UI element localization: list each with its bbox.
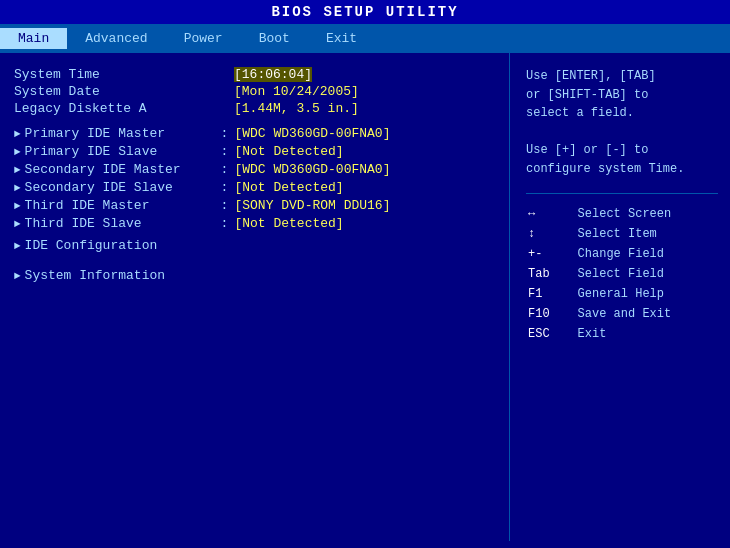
secondary-ide-slave-label: Secondary IDE Slave xyxy=(25,180,221,195)
legacy-diskette-value[interactable]: [1.44M, 3.5 in.] xyxy=(234,101,359,116)
system-time-value[interactable]: [16:06:04] xyxy=(234,67,312,82)
legacy-diskette-label: Legacy Diskette A xyxy=(14,101,234,116)
ide-config-row[interactable]: ► IDE Configuration xyxy=(14,238,499,253)
menu-bar: MainAdvancedPowerBootExit xyxy=(0,24,730,53)
help-line3: select a field. xyxy=(526,106,634,120)
ide-config-label: IDE Configuration xyxy=(25,238,221,253)
primary-ide-slave-value: [Not Detected] xyxy=(234,144,343,159)
system-date-label: System Date xyxy=(14,84,234,99)
shortcut-row: F10Save and Exit xyxy=(526,304,718,324)
bios-title: BIOS SETUP UTILITY xyxy=(271,4,458,20)
help-line1: Use [ENTER], [TAB] xyxy=(526,69,656,83)
shortcut-row: ESCExit xyxy=(526,324,718,344)
system-date-value[interactable]: [Mon 10/24/2005] xyxy=(234,84,359,99)
arrow-icon: ► xyxy=(14,200,21,212)
help-text: Use [ENTER], [TAB] or [SHIFT-TAB] to sel… xyxy=(526,67,718,179)
primary-ide-slave-label: Primary IDE Slave xyxy=(25,144,221,159)
third-ide-master-label: Third IDE Master xyxy=(25,198,221,213)
primary-ide-slave-row[interactable]: ► Primary IDE Slave : [Not Detected] xyxy=(14,144,499,159)
shortcut-key: ↔ xyxy=(526,204,576,224)
shortcut-key: ↕ xyxy=(526,224,576,244)
secondary-ide-slave-row[interactable]: ► Secondary IDE Slave : [Not Detected] xyxy=(14,180,499,195)
primary-ide-master-row[interactable]: ► Primary IDE Master : [WDC WD360GD-00FN… xyxy=(14,126,499,141)
system-time-label: System Time xyxy=(14,67,234,82)
shortcut-key: ESC xyxy=(526,324,576,344)
shortcut-row: TabSelect Field xyxy=(526,264,718,284)
left-panel: System Time [16:06:04] System Date [Mon … xyxy=(0,53,510,541)
secondary-ide-master-value: [WDC WD360GD-00FNA0] xyxy=(234,162,390,177)
shortcut-key: F10 xyxy=(526,304,576,324)
arrow-icon: ► xyxy=(14,218,21,230)
third-ide-master-value: [SONY DVD-ROM DDU16] xyxy=(234,198,390,213)
shortcut-key: Tab xyxy=(526,264,576,284)
third-ide-slave-row[interactable]: ► Third IDE Slave : [Not Detected] xyxy=(14,216,499,231)
help-divider xyxy=(526,193,718,194)
shortcut-desc: Change Field xyxy=(576,244,718,264)
shortcuts-table: ↔Select Screen↕Select Item+-Change Field… xyxy=(526,204,718,344)
menu-item-power[interactable]: Power xyxy=(166,28,241,49)
shortcut-desc: Save and Exit xyxy=(576,304,718,324)
title-bar: BIOS SETUP UTILITY xyxy=(0,0,730,24)
third-ide-slave-label: Third IDE Slave xyxy=(25,216,221,231)
primary-ide-master-label: Primary IDE Master xyxy=(25,126,221,141)
system-date-row: System Date [Mon 10/24/2005] xyxy=(14,84,499,99)
shortcut-desc: Exit xyxy=(576,324,718,344)
menu-item-exit[interactable]: Exit xyxy=(308,28,375,49)
help-line6: configure system Time. xyxy=(526,162,684,176)
shortcut-row: ↕Select Item xyxy=(526,224,718,244)
primary-ide-master-value: [WDC WD360GD-00FNA0] xyxy=(234,126,390,141)
shortcut-desc: Select Item xyxy=(576,224,718,244)
arrow-icon: ► xyxy=(14,182,21,194)
system-time-row: System Time [16:06:04] xyxy=(14,67,499,82)
third-ide-master-row[interactable]: ► Third IDE Master : [SONY DVD-ROM DDU16… xyxy=(14,198,499,213)
secondary-ide-slave-value: [Not Detected] xyxy=(234,180,343,195)
help-line5: Use [+] or [-] to xyxy=(526,143,648,157)
shortcut-row: ↔Select Screen xyxy=(526,204,718,224)
menu-item-boot[interactable]: Boot xyxy=(241,28,308,49)
system-info-label: System Information xyxy=(25,268,221,283)
arrow-icon: ► xyxy=(14,164,21,176)
right-panel: Use [ENTER], [TAB] or [SHIFT-TAB] to sel… xyxy=(510,53,730,541)
main-content: System Time [16:06:04] System Date [Mon … xyxy=(0,53,730,541)
arrow-icon: ► xyxy=(14,128,21,140)
arrow-icon: ► xyxy=(14,146,21,158)
shortcut-desc: General Help xyxy=(576,284,718,304)
shortcut-row: F1General Help xyxy=(526,284,718,304)
shortcut-desc: Select Screen xyxy=(576,204,718,224)
secondary-ide-master-label: Secondary IDE Master xyxy=(25,162,221,177)
shortcut-row: +-Change Field xyxy=(526,244,718,264)
shortcut-key: +- xyxy=(526,244,576,264)
menu-item-advanced[interactable]: Advanced xyxy=(67,28,165,49)
menu-item-main[interactable]: Main xyxy=(0,28,67,49)
secondary-ide-master-row[interactable]: ► Secondary IDE Master : [WDC WD360GD-00… xyxy=(14,162,499,177)
legacy-diskette-row: Legacy Diskette A [1.44M, 3.5 in.] xyxy=(14,101,499,116)
third-ide-slave-value: [Not Detected] xyxy=(234,216,343,231)
shortcut-key: F1 xyxy=(526,284,576,304)
system-info-row[interactable]: ► System Information xyxy=(14,268,499,283)
arrow-icon: ► xyxy=(14,240,21,252)
shortcut-desc: Select Field xyxy=(576,264,718,284)
arrow-icon: ► xyxy=(14,270,21,282)
help-line2: or [SHIFT-TAB] to xyxy=(526,88,648,102)
